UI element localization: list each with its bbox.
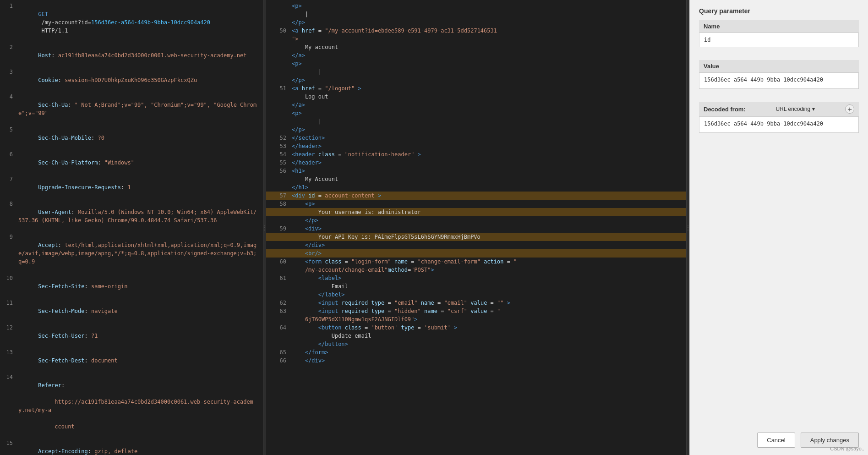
html-line-57: 57 <div id = account-content > [266, 192, 686, 200]
add-decoded-button[interactable]: + [845, 104, 854, 114]
value-section: Value 156d36ec-a564-449b-9bba-10dcc904a4… [690, 60, 868, 94]
html-line: </p> [266, 216, 686, 225]
html-line: Log out [266, 93, 686, 101]
html-line-64: 64 <button class = 'button' type = 'subm… [266, 323, 686, 332]
html-line-60: 60 <form class = "login-form" name = "ch… [266, 258, 686, 266]
decoded-value-display: 156d36ec-a564-449b-9bba-10dcc904a420 [699, 116, 859, 133]
html-line: <p> [266, 2, 686, 10]
request-line-11: 11 Sec-Fetch-Mode: navigate [0, 299, 263, 323]
query-parameter-panel: Query parameter Name Value 156d36ec-a564… [689, 0, 868, 455]
decoded-header: Decoded from: URL encoding ▾ + [699, 102, 859, 116]
request-line-1: 1 GET /my-account?id=156d36ec-a564-449b-… [0, 2, 263, 43]
html-line-56: 56 <h1> [266, 167, 686, 175]
html-line-50: 50 <a href = "/my-account?id=ebdee589-e5… [266, 27, 686, 35]
html-line-65: 65 </form> [266, 348, 686, 356]
html-line-53: 53 </header> [266, 142, 686, 150]
html-line: </button> [266, 340, 686, 348]
html-line: | [266, 10, 686, 18]
watermark: CSDN @sayo.. [830, 446, 864, 451]
request-line-10: 10 Sec-Fetch-Site: same-origin [0, 274, 263, 299]
html-line-59: 59 <div> [266, 225, 686, 233]
html-line: </a> [266, 51, 686, 60]
html-line-66: 66 </div> [266, 356, 686, 365]
panel-title: Query parameter [690, 0, 868, 20]
http-request-panel: 1 GET /my-account?id=156d36ec-a564-449b-… [0, 0, 263, 455]
request-line-12: 12 Sec-Fetch-User: ?1 [0, 323, 263, 348]
html-line: | [266, 68, 686, 76]
request-line-4: 4 Sec-Ch-Ua: " Not A;Brand";v="99", "Chr… [0, 93, 263, 126]
html-line: Email [266, 282, 686, 291]
chevron-down-icon: ▾ [812, 106, 815, 112]
url-encoding-text: URL encoding [776, 106, 811, 112]
name-section: Name [690, 20, 868, 53]
request-line-3: 3 Cookie: session=hDD7U0hkpZxuKh096o350G… [0, 68, 263, 93]
html-line: </label> [266, 291, 686, 299]
request-line-7: 7 Upgrade-Insecure-Requests: 1 [0, 175, 263, 200]
value-label: Value [699, 60, 859, 72]
html-line: 6jT60WP5dX110Ngmw1qsF2AJNGIDlf09" > [266, 315, 686, 323]
html-line: <p> [266, 109, 686, 117]
html-line: <br/> [266, 249, 686, 258]
html-line: Your API Key is: PAimeFlpsGT5sL6hSGYN9Rm… [266, 233, 686, 241]
request-line-15: 15 Accept-Encoding: gzip, deflate [0, 439, 263, 455]
html-line: </div> [266, 241, 686, 249]
name-input[interactable] [699, 33, 859, 47]
html-line: Your username is: administrator [266, 208, 686, 216]
decoded-from-label: Decoded from: [704, 106, 746, 113]
cancel-button[interactable]: Cancel [757, 433, 795, 448]
html-line: My Account [266, 175, 686, 183]
name-label: Name [699, 20, 859, 33]
request-line-2: 2 Host: ac191fb81eaa4a74c0bd2d34000c0061… [0, 43, 263, 68]
html-line: </p> [266, 126, 686, 134]
html-line-54: 54 <header class = "notification-header"… [266, 150, 686, 159]
request-line-8: 8 User-Agent: Mozilla/5.0 (Windows NT 10… [0, 200, 263, 233]
request-line-6: 6 Sec-Ch-Ua-Platform: "Windows" [0, 150, 263, 175]
html-line: | [266, 117, 686, 126]
value-display: 156d36ec-a564-449b-9bba-10dcc904a420 [699, 72, 859, 89]
html-line-55: 55 </header> [266, 159, 686, 167]
request-line-13: 13 Sec-Fetch-Dest: document [0, 348, 263, 373]
html-line-52: 52 </section> [266, 134, 686, 142]
html-line: </h1> [266, 183, 686, 192]
html-line: /my-account/change-email" method = "POST… [266, 266, 686, 274]
decoded-section: Decoded from: URL encoding ▾ + 156d36ec-… [690, 102, 868, 138]
html-line-62: 62 <input required type = "email" name =… [266, 299, 686, 307]
request-line-14: 14 Referer: https://ac191fb81eaa4a74c0bd… [0, 373, 263, 439]
html-line: My account [266, 43, 686, 51]
html-line: </p> [266, 76, 686, 84]
html-source-panel: <p> | </p> 50 <a href = "/my-account?id=… [266, 0, 687, 455]
html-line-51: 51 <a href = "/logout" > [266, 84, 686, 93]
request-line-5: 5 Sec-Ch-Ua-Mobile: ?0 [0, 126, 263, 150]
request-line-9: 9 Accept: text/html,application/xhtml+xm… [0, 233, 263, 274]
html-line: Update email [266, 332, 686, 340]
html-line: </p> [266, 18, 686, 27]
html-line: </a> [266, 101, 686, 109]
html-line: <p> [266, 60, 686, 68]
html-line: "> [266, 35, 686, 43]
url-encoding-dropdown[interactable]: URL encoding ▾ [776, 106, 815, 112]
html-line-61: 61 <label> [266, 274, 686, 282]
html-line-58: 58 <p> [266, 200, 686, 208]
html-line-63: 63 <input required type = "hidden" name … [266, 307, 686, 315]
